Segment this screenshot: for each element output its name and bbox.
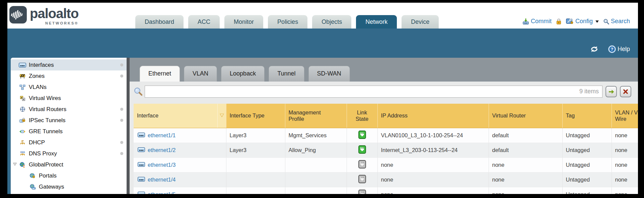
content-pane: EthernetVLANLoopbackTunnelSD-WAN 9 items bbox=[130, 58, 638, 194]
ethernet-interface-icon bbox=[138, 177, 145, 182]
status-dot bbox=[120, 63, 123, 66]
tab-objects[interactable]: Objects bbox=[312, 15, 351, 29]
tab-device[interactable]: Device bbox=[402, 15, 439, 29]
sidebar-item-dhcp[interactable]: IPDHCP bbox=[11, 137, 127, 148]
top-toolbar: Commit bbox=[522, 18, 630, 25]
column-header-tag[interactable]: Tag bbox=[562, 104, 612, 128]
table-row[interactable]: ethernet1/4nonenoneUntaggednone bbox=[134, 172, 638, 187]
svg-text:IP: IP bbox=[21, 140, 23, 143]
subtab-loopback[interactable]: Loopback bbox=[221, 66, 265, 82]
subtab-ethernet[interactable]: Ethernet bbox=[140, 66, 180, 82]
panel-splitter[interactable] bbox=[127, 58, 130, 194]
tab-policies[interactable]: Policies bbox=[268, 15, 307, 29]
red-x-icon bbox=[623, 89, 628, 94]
ethernet-interface-icon bbox=[138, 192, 145, 194]
interface-link[interactable]: ethernet1/2 bbox=[148, 147, 175, 153]
filter-input[interactable] bbox=[145, 86, 602, 97]
sidebar-item-label: GRE Tunnels bbox=[29, 128, 63, 135]
cell-interface: ethernet1/4 bbox=[134, 172, 226, 187]
table-row[interactable]: ethernet1/2Layer3Allow_PingInternet_L3_2… bbox=[134, 143, 638, 157]
tab-network[interactable]: Network bbox=[356, 15, 397, 29]
expander-icon[interactable] bbox=[13, 162, 17, 166]
subtab-tunnel[interactable]: Tunnel bbox=[269, 66, 304, 82]
apply-filter-button[interactable] bbox=[605, 86, 617, 97]
cell-interface-type: Layer3 bbox=[226, 128, 285, 143]
interfaces-table: InterfaceInterface TypeManagement Profil… bbox=[134, 104, 638, 194]
sidebar-item-interfaces[interactable]: Interfaces bbox=[11, 59, 127, 70]
sidebar-item-virtual-routers[interactable]: Virtual Routers bbox=[11, 104, 127, 115]
tab-acc[interactable]: ACC bbox=[188, 15, 220, 29]
table-row[interactable]: ethernet1/5nonenoneUntaggednone bbox=[134, 187, 638, 194]
status-dot bbox=[120, 141, 123, 144]
commit-label: Commit bbox=[531, 18, 552, 25]
tab-monitor[interactable]: Monitor bbox=[224, 15, 263, 29]
column-label: Link State bbox=[354, 109, 370, 122]
config-dropdown[interactable]: Config bbox=[566, 18, 599, 25]
commit-button[interactable]: Commit bbox=[522, 18, 552, 25]
help-button[interactable]: ? Help bbox=[608, 45, 630, 53]
main-area: InterfacesZonesVLANsVirtual WiresVirtual… bbox=[7, 58, 638, 194]
interface-sort-dropdown[interactable] bbox=[217, 104, 226, 128]
interface-link[interactable]: ethernet1/3 bbox=[148, 162, 175, 168]
column-label: VLAN / Virtual Wire bbox=[615, 109, 638, 122]
lock-icon[interactable] bbox=[556, 18, 562, 25]
green-arrow-icon bbox=[608, 89, 615, 94]
cell-virtual-router: none bbox=[489, 172, 562, 187]
zones-icon bbox=[18, 73, 26, 79]
status-dot bbox=[120, 152, 123, 155]
cell-tag: Untagged bbox=[562, 128, 612, 143]
refresh-icon[interactable] bbox=[590, 45, 598, 53]
globalprotect-icon bbox=[18, 162, 26, 168]
subtab-vlan[interactable]: VLAN bbox=[184, 66, 217, 82]
chevron-down-icon bbox=[595, 20, 599, 24]
sidebar-item-zones[interactable]: Zones bbox=[11, 70, 127, 82]
sidebar-item-portals[interactable]: Portals bbox=[11, 170, 127, 181]
interface-link[interactable]: ethernet1/4 bbox=[148, 177, 175, 183]
table-header-row: InterfaceInterface TypeManagement Profil… bbox=[134, 104, 638, 128]
cell-management-profile bbox=[285, 157, 347, 172]
column-header-mgmt[interactable]: Management Profile bbox=[285, 104, 347, 128]
sidebar-item-globalprotect[interactable]: GlobalProtect bbox=[11, 159, 127, 170]
column-header-link[interactable]: Link State bbox=[347, 104, 377, 128]
column-label: IP Address bbox=[381, 112, 408, 118]
cell-virtual-router: default bbox=[489, 128, 562, 143]
search-button[interactable]: Search bbox=[603, 18, 630, 25]
sidebar-item-gre-tunnels[interactable]: GRE Tunnels bbox=[11, 126, 127, 137]
interface-link[interactable]: ethernet1/1 bbox=[148, 132, 175, 138]
clear-filter-button[interactable] bbox=[620, 86, 631, 97]
filter-magnifier-icon bbox=[134, 87, 143, 96]
cell-ip-address: Internet_L3_203-0-113-254--24 bbox=[377, 143, 489, 157]
sidebar: InterfacesZonesVLANsVirtual WiresVirtual… bbox=[11, 58, 127, 194]
cell-ip-address: none bbox=[377, 187, 489, 194]
tab-dashboard[interactable]: Dashboard bbox=[135, 15, 184, 29]
sidebar-item-ipsec-tunnels[interactable]: IPSec Tunnels bbox=[11, 115, 127, 126]
column-header-vr[interactable]: Virtual Router bbox=[489, 104, 562, 128]
cell-tag: Untagged bbox=[562, 143, 612, 157]
table-row[interactable]: ethernet1/3nonenoneUntaggednone bbox=[134, 157, 638, 172]
virtual-routers-icon bbox=[18, 106, 26, 112]
content-body: 9 items bbox=[130, 82, 638, 194]
brand-subtitle: NETWORKS® bbox=[45, 21, 78, 25]
interface-link[interactable]: ethernet1/5 bbox=[148, 191, 175, 194]
column-header-type[interactable]: Interface Type bbox=[226, 104, 285, 128]
gateways-icon bbox=[28, 184, 37, 190]
subtab-sd-wan[interactable]: SD-WAN bbox=[308, 66, 350, 82]
column-header-ip[interactable]: IP Address bbox=[377, 104, 489, 128]
sidebar-item-virtual-wires[interactable]: Virtual Wires bbox=[11, 93, 127, 104]
sidebar-item-label: Interfaces bbox=[29, 62, 54, 68]
column-header-vlan[interactable]: VLAN / Virtual Wire bbox=[612, 104, 638, 128]
brand-name: paloalto bbox=[30, 6, 78, 21]
ethernet-interface-icon bbox=[138, 147, 145, 152]
sidebar-item-dns-proxy[interactable]: DNSDNS Proxy bbox=[11, 148, 127, 159]
sidebar-item-label: Portals bbox=[39, 172, 57, 179]
sidebar-item-vlans[interactable]: VLANs bbox=[11, 82, 127, 93]
column-header-interface[interactable]: Interface bbox=[134, 104, 217, 128]
cell-link-state bbox=[347, 172, 377, 187]
cell-vlan-virtual-wire: none bbox=[612, 172, 638, 187]
top-header: paloalto NETWORKS® DashboardACCMonitorPo… bbox=[7, 3, 638, 29]
ipsec-tunnels-icon bbox=[18, 117, 26, 123]
sidebar-item-gateways[interactable]: Gateways bbox=[11, 181, 127, 192]
search-label: Search bbox=[611, 18, 630, 25]
table-row[interactable]: ethernet1/1Layer3Mgmt_ServicesVLAN0100_L… bbox=[134, 128, 638, 143]
cell-management-profile bbox=[285, 187, 347, 194]
